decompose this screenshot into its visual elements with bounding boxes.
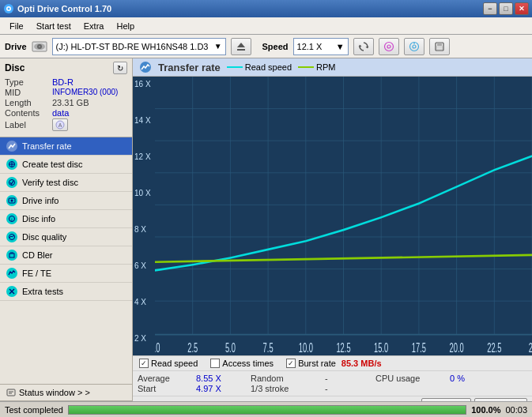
legend-rpm: RPM: [298, 62, 335, 72]
chart-header: Transfer rate Read speed RPM: [133, 58, 532, 77]
transfer-rate-icon: [6, 141, 17, 152]
disc-icon-button[interactable]: [379, 38, 399, 55]
svg-text:20.0: 20.0: [450, 341, 464, 355]
disc-info-label: Disc info: [22, 214, 55, 224]
burst-rate-control[interactable]: ✓ Burst rate 85.3 MB/s: [286, 359, 381, 368]
menu-help[interactable]: Help: [110, 20, 141, 32]
refresh-icon: [358, 41, 369, 52]
length-label: Length: [5, 98, 52, 107]
speed-value: 12.1 X: [297, 42, 323, 51]
status-window-label: Status window > >: [19, 388, 90, 397]
svg-point-24: [9, 180, 15, 186]
svg-text:A: A: [58, 122, 62, 128]
sidebar-item-fe-te[interactable]: FE / TE: [0, 265, 132, 283]
chart-controls: ✓ Read speed Access times ✓ Burst rate 8…: [133, 355, 532, 370]
svg-marker-10: [358, 45, 361, 47]
disc-refresh-button[interactable]: ↻: [113, 62, 127, 74]
burn-icon-button[interactable]: [404, 38, 424, 55]
average-value: 8.55 X: [196, 374, 247, 383]
drive-icon: [32, 39, 47, 54]
cpu-value: 0 %: [450, 374, 505, 383]
verify-test-disc-label: Verify test disc: [22, 178, 78, 187]
access-times-check-label: Access times: [222, 359, 274, 368]
fe-te-label: FE / TE: [22, 269, 51, 278]
nav-items: Transfer rate Create test disc Verify te…: [0, 137, 132, 301]
progress-percent: 100.0%: [471, 405, 500, 415]
label-button[interactable]: A: [52, 118, 68, 131]
sidebar-item-create-test-disc[interactable]: Create test disc: [0, 156, 132, 174]
menu-extra[interactable]: Extra: [77, 20, 111, 32]
svg-text:i: i: [11, 217, 12, 222]
status-window-button[interactable]: Status window > >: [0, 385, 132, 401]
sidebar-item-verify-test-disc[interactable]: Verify test disc: [0, 174, 132, 192]
burst-rate-checkmark: ✓: [288, 359, 294, 367]
speed-select[interactable]: 12.1 X ▼: [293, 38, 349, 55]
menu-start-test[interactable]: Start test: [30, 20, 77, 32]
chart-title: Transfer rate: [158, 62, 221, 73]
legend-rpm-label: RPM: [316, 62, 335, 72]
disc-quality-label: Disc quality: [22, 232, 66, 242]
svg-point-11: [384, 42, 393, 51]
start-label: Start: [138, 384, 193, 393]
sidebar-item-extra-tests[interactable]: Extra tests: [0, 283, 132, 301]
progress-bar-fill: [69, 406, 466, 414]
length-value: 23.31 GB: [52, 98, 89, 107]
drive-label: Drive: [5, 42, 27, 51]
y-axis: 16 X 14 X 12 X 10 X 8 X 6 X 4 X 2 X: [133, 77, 155, 355]
title-bar: Opti Drive Control 1.70 − □ ✕: [0, 0, 532, 17]
y-label-14x: 14 X: [134, 116, 153, 125]
cd-bler-label: CD Bler: [22, 250, 53, 260]
close-button[interactable]: ✕: [515, 2, 529, 15]
sidebar-item-drive-info[interactable]: Drive info: [0, 192, 132, 210]
read-speed-control[interactable]: ✓ Read speed: [139, 359, 198, 368]
access-times-control[interactable]: Access times: [210, 359, 274, 368]
status-window-icon: [6, 388, 16, 397]
save-button[interactable]: [429, 38, 450, 55]
progress-bar-container: [68, 405, 466, 415]
drive-name: (J:) HL-DT-ST BD-RE WH16NS48 1.D3: [56, 42, 209, 51]
svg-text:12.5: 12.5: [336, 341, 350, 355]
drive-dropdown-arrow: ▼: [214, 42, 222, 51]
transfer-rate-label: Transfer rate: [22, 141, 72, 151]
sidebar-item-transfer-rate[interactable]: Transfer rate: [0, 137, 132, 156]
y-label-8x: 8 X: [134, 225, 153, 234]
save-icon: [434, 41, 445, 52]
speed-label: Speed: [262, 42, 289, 51]
burst-rate-checkbox[interactable]: ✓: [286, 359, 296, 368]
stroke13-label: 1/3 stroke: [251, 384, 322, 393]
app-title: Opti Drive Control 1.70: [17, 4, 111, 13]
drive-select[interactable]: (J:) HL-DT-ST BD-RE WH16NS48 1.D3 ▼: [52, 38, 226, 55]
bottom-progress-bar: Test completed 100.0% 00:03: [0, 401, 532, 417]
sidebar-item-disc-info[interactable]: i Disc info: [0, 210, 132, 228]
progress-time: 00:03: [505, 405, 527, 415]
y-label-4x: 4 X: [134, 298, 153, 306]
minimize-button[interactable]: −: [483, 2, 497, 15]
sidebar-item-cd-bler[interactable]: CD Bler: [0, 246, 132, 265]
maximize-button[interactable]: □: [499, 2, 513, 15]
menu-file[interactable]: File: [3, 20, 30, 32]
svg-point-14: [413, 45, 416, 48]
svg-text:7.5: 7.5: [263, 341, 274, 355]
svg-marker-9: [365, 47, 368, 48]
cpu-label: CPU usage: [375, 374, 447, 383]
access-times-checkbox[interactable]: [210, 359, 220, 368]
refresh-button[interactable]: [353, 38, 374, 55]
type-label: Type: [5, 77, 52, 87]
read-speed-checkbox[interactable]: ✓: [139, 359, 149, 368]
eject-button[interactable]: [231, 38, 251, 55]
disc-section: Disc ↻ Type BD-R MID INFOMER30 (000) Len…: [0, 58, 132, 137]
svg-text:10.0: 10.0: [299, 341, 313, 355]
svg-text:5.0: 5.0: [225, 341, 236, 355]
chart-svg: 0.0 2.5 5.0 7.5 10.0 12.5 15.0 17.5 20.0…: [155, 77, 532, 355]
svg-rect-30: [9, 254, 14, 257]
svg-rect-17: [437, 43, 442, 46]
sidebar: Disc ↻ Type BD-R MID INFOMER30 (000) Len…: [0, 58, 133, 417]
svg-text:17.5: 17.5: [412, 341, 426, 355]
disc-quality-icon: [6, 231, 17, 242]
content-area: Transfer rate Read speed RPM 16 X 14 X 1…: [133, 58, 532, 417]
chart-wrapper: 16 X 14 X 12 X 10 X 8 X 6 X 4 X 2 X: [133, 77, 532, 355]
svg-point-2: [8, 8, 10, 10]
type-value: BD-R: [52, 77, 74, 87]
y-label-16x: 16 X: [134, 80, 153, 88]
sidebar-item-disc-quality[interactable]: Disc quality: [0, 228, 132, 246]
